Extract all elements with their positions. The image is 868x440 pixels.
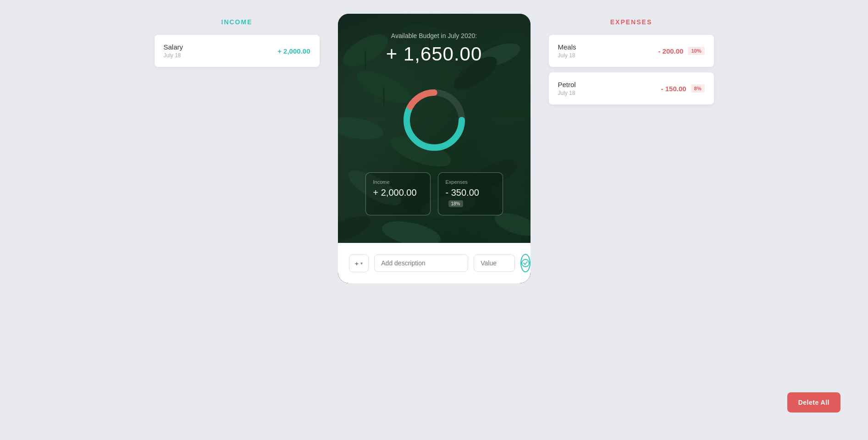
transaction-type-select[interactable]: + ▾ [349, 254, 369, 272]
chevron-down-icon: ▾ [360, 261, 363, 266]
income-item-date: July 18 [164, 52, 183, 59]
income-item: Salary July 18 + 2,000.00 [155, 35, 320, 67]
expenses-panel: EXPENSES Meals July 18 - 200.00 10% Petr… [549, 14, 714, 110]
type-plus-label: + [355, 259, 359, 267]
description-input[interactable] [374, 254, 468, 272]
expense-item-right: - 200.00 10% [658, 47, 704, 55]
expense-item-amount: - 200.00 [658, 47, 683, 55]
expense-item-date: July 18 [558, 90, 576, 96]
confirm-button[interactable] [520, 254, 530, 272]
expense-percent-badge: 10% [688, 47, 704, 55]
expenses-percent-badge: 18% [448, 200, 463, 207]
center-panel: Available Budget in July 2020: + 1,650.0… [338, 14, 531, 283]
income-stat-box: Income + 2,000.00 [365, 172, 431, 215]
expense-item-name: Petrol [558, 81, 576, 88]
budget-amount: + 1,650.00 [386, 43, 482, 65]
income-title: INCOME [155, 18, 320, 26]
income-item-amount: + 2,000.00 [277, 47, 310, 55]
expenses-title: EXPENSES [549, 18, 714, 26]
income-item-right: + 2,000.00 [277, 47, 310, 55]
income-stat-label: Income [373, 179, 423, 185]
budget-card-top: Available Budget in July 2020: + 1,650.0… [338, 14, 531, 243]
donut-chart [398, 83, 471, 159]
expenses-stat-box: Expenses - 350.00 18% [438, 172, 503, 215]
budget-label: Available Budget in July 2020: [386, 32, 482, 39]
expenses-stat-label: Expenses [446, 179, 495, 185]
income-item-name: Salary [164, 43, 183, 51]
svg-point-6 [484, 99, 530, 131]
value-input[interactable] [474, 254, 515, 272]
budget-header: Available Budget in July 2020: + 1,650.0… [386, 32, 482, 65]
budget-card: Available Budget in July 2020: + 1,650.0… [338, 14, 531, 283]
expense-item-name: Meals [558, 43, 576, 51]
expense-item: Petrol July 18 - 150.00 8% [549, 72, 714, 104]
expense-percent-badge: 8% [691, 84, 705, 93]
svg-point-20 [522, 259, 529, 267]
income-item-info: Salary July 18 [164, 43, 183, 59]
income-panel: INCOME Salary July 18 + 2,000.00 [155, 14, 320, 72]
delete-all-button[interactable]: Delete All [787, 392, 840, 412]
expense-item: Meals July 18 - 200.00 10% [549, 35, 714, 67]
expense-item-info: Meals July 18 [558, 43, 576, 59]
expenses-stat-value: - 350.00 18% [446, 187, 495, 209]
add-transaction-form: + ▾ [338, 243, 531, 283]
expense-item-info: Petrol July 18 [558, 81, 576, 96]
expense-item-date: July 18 [558, 52, 576, 59]
expense-item-right: - 150.00 8% [661, 84, 705, 93]
svg-point-5 [338, 114, 385, 143]
stats-wrapper: Income + 2,000.00 Expenses - 350.00 18% [352, 172, 517, 229]
expense-item-amount: - 150.00 [661, 85, 686, 93]
income-stat-value: + 2,000.00 [373, 187, 423, 198]
